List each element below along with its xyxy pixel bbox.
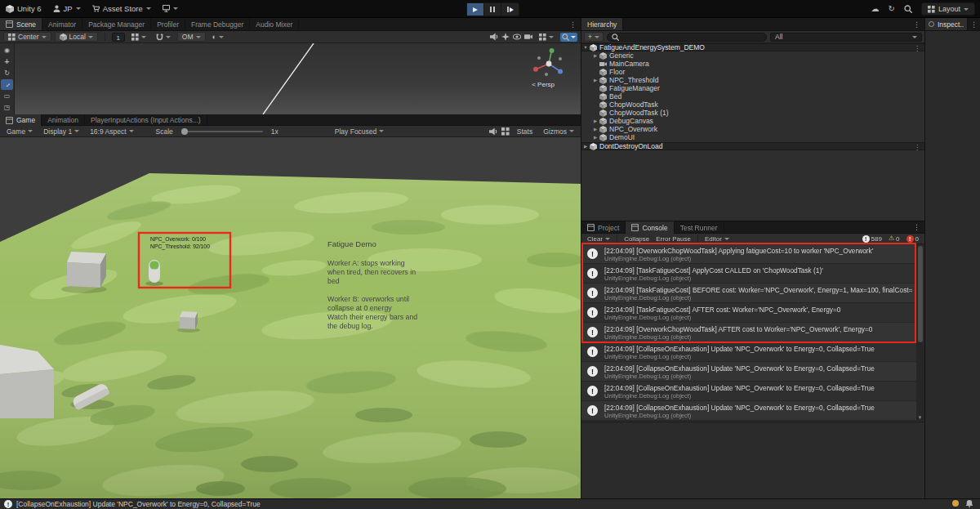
- console-scrollbar[interactable]: ▼: [916, 244, 924, 421]
- cloud-icon[interactable]: ☁: [871, 5, 880, 13]
- hierarchy-item-debugcanvas[interactable]: ▶DebugCanvas: [581, 117, 925, 125]
- tab-test-runner[interactable]: Test Runner: [675, 221, 724, 234]
- hierarchy-scene-root[interactable]: ▼ FatigueAndEnergySystem_DEMO ⋮: [581, 43, 925, 51]
- snap-magnet-dropdown[interactable]: [153, 32, 174, 42]
- tabstrip-menu-icon[interactable]: ⋮: [565, 18, 581, 30]
- log-entry[interactable]: ! [22:04:09] [TaskFatigueCost] AFTER cos…: [581, 303, 917, 323]
- tab-inspector[interactable]: Inspect...: [925, 18, 968, 30]
- tab-profiler[interactable]: Profiler: [151, 18, 185, 30]
- tab-scene[interactable]: Scene: [0, 18, 42, 30]
- scale-slider[interactable]: [181, 131, 263, 132]
- tab-frame-debugger[interactable]: Frame Debugger: [185, 18, 250, 30]
- gizmos-dropdown[interactable]: Gizmos: [540, 127, 577, 136]
- stats-button[interactable]: Stats: [514, 127, 536, 136]
- step-button[interactable]: [501, 3, 519, 16]
- perspective-label[interactable]: < Persp: [532, 81, 555, 88]
- scale-slider-knob[interactable]: [181, 128, 188, 135]
- pause-button[interactable]: [484, 3, 501, 16]
- log-entry[interactable]: ! [22:04:09] [CollapseOnExhaustion] Upda…: [581, 382, 917, 401]
- expand-arrow-icon[interactable]: ▼: [581, 45, 590, 50]
- move-tool-button[interactable]: +: [1, 56, 13, 67]
- target-device-menu[interactable]: [157, 0, 184, 18]
- clear-button[interactable]: Clear: [584, 234, 613, 243]
- hierarchy-item-floor[interactable]: Floor: [581, 68, 925, 76]
- error-pause-toggle[interactable]: Error Pause: [653, 234, 694, 243]
- scene-search-button[interactable]: [560, 33, 577, 42]
- display-dropdown[interactable]: Display 1: [40, 127, 82, 136]
- shading-mode-dropdown[interactable]: ◐: [209, 32, 227, 42]
- tab-hierarchy[interactable]: Hierarchy: [581, 18, 623, 30]
- status-message[interactable]: [CollapseOnExhaustion] Update 'NPC_Overw…: [16, 500, 261, 508]
- gizmos-grid-dropdown[interactable]: [536, 32, 557, 42]
- log-entry[interactable]: ! [22:04:09] [OverworkChopWoodTask] Appl…: [581, 244, 917, 264]
- scale-tool-button[interactable]: ↔: [1, 79, 13, 90]
- log-entry[interactable]: ! [22:04:09] [CollapseOnExhaustion] Upda…: [581, 362, 917, 382]
- search-icon[interactable]: [904, 5, 912, 13]
- vsync-grid-icon[interactable]: [501, 127, 510, 136]
- view-tool-button[interactable]: ◉: [1, 45, 13, 56]
- tab-animation[interactable]: Animation: [42, 114, 85, 126]
- log-entry[interactable]: ! [22:04:09] [CollapseOnExhaustion] Upda…: [581, 401, 917, 421]
- grid-size-field[interactable]: 1: [112, 33, 125, 42]
- hierarchy-item-maincamera[interactable]: MainCamera: [581, 60, 925, 68]
- hierarchy-item-chopwoodtask-1[interactable]: ChopWoodTask (1): [581, 109, 925, 117]
- hierarchy-item-npc-overwork[interactable]: ▶NPC_Overwork: [581, 125, 925, 133]
- game-viewport[interactable]: NPC_Overwork: 0/100 NPC_Threshold: 92/10…: [0, 137, 581, 498]
- console-menu-icon[interactable]: ⋮: [909, 221, 924, 233]
- hierarchy-item-bed[interactable]: Bed: [581, 92, 925, 100]
- notifications-bell-icon[interactable]: [965, 499, 973, 507]
- log-entry[interactable]: ! [22:04:09] [CollapseOnExhaustion] Upda…: [581, 342, 917, 362]
- asset-store-menu[interactable]: Asset Store: [87, 0, 157, 18]
- game-mode-dropdown[interactable]: Game: [3, 127, 36, 136]
- hierarchy-filter-dropdown[interactable]: All: [770, 33, 922, 42]
- expand-arrow-icon[interactable]: ▶: [591, 118, 599, 123]
- activity-indicator-icon[interactable]: [952, 500, 959, 507]
- console-scrollbar-thumb[interactable]: [918, 246, 923, 342]
- tab-package-manager[interactable]: Package Manager: [82, 18, 151, 30]
- layout-dropdown[interactable]: Layout: [921, 2, 975, 16]
- history-icon[interactable]: ↻: [889, 5, 895, 13]
- orientation-gizmo[interactable]: [533, 48, 563, 76]
- expand-arrow-icon[interactable]: ▶: [581, 144, 590, 149]
- log-entry[interactable]: ! [22:04:09] [TaskFatigueCost] BEFORE co…: [581, 284, 917, 303]
- inspector-menu-icon[interactable]: ⋮: [968, 18, 980, 30]
- tab-console[interactable]: Console: [626, 221, 674, 234]
- orientation-dropdown[interactable]: Local: [55, 32, 98, 42]
- pivot-mode-dropdown[interactable]: Center: [3, 32, 51, 42]
- create-object-button[interactable]: +: [584, 32, 604, 42]
- transform-tool-button[interactable]: ◳: [1, 102, 13, 113]
- scene-camera-icon[interactable]: [524, 33, 532, 41]
- status-bar[interactable]: ! [CollapseOnExhaustion] Update 'NPC_Ove…: [0, 498, 980, 509]
- scene-effects-icon[interactable]: [501, 33, 510, 41]
- account-menu[interactable]: JP: [47, 0, 87, 18]
- log-entry[interactable]: ! [22:04:09] [TaskFatigueCost] ApplyCost…: [581, 264, 917, 284]
- expand-arrow-icon[interactable]: ▶: [591, 78, 599, 83]
- warning-count-toggle[interactable]: ⚠ 0: [885, 235, 903, 243]
- hierarchy-dontdestroyonload-root[interactable]: ▶ DontDestroyOnLoad ⋮: [581, 142, 925, 150]
- scene-visibility-icon[interactable]: [513, 33, 521, 41]
- scene-menu-icon[interactable]: ⋮: [914, 143, 920, 151]
- aspect-ratio-dropdown[interactable]: 16:9 Aspect: [87, 127, 136, 136]
- hierarchy-menu-icon[interactable]: ⋮: [909, 18, 924, 30]
- scene-audio-icon[interactable]: [490, 33, 498, 41]
- rect-tool-button[interactable]: ▭: [1, 91, 13, 101]
- tab-animator[interactable]: Animator: [42, 18, 82, 30]
- editor-dropdown[interactable]: Editor: [702, 234, 733, 243]
- hierarchy-item-demoui[interactable]: ▶DemoUI: [581, 133, 925, 141]
- tab-game[interactable]: Game: [0, 114, 42, 126]
- hierarchy-search-input[interactable]: [607, 33, 767, 42]
- om-dropdown[interactable]: OM: [177, 32, 206, 42]
- play-focused-dropdown[interactable]: Play Focused: [332, 127, 388, 136]
- log-entry[interactable]: ! [22:04:09] [OverworkChopWoodTask] AFTE…: [581, 323, 917, 342]
- mute-audio-icon[interactable]: [489, 127, 497, 136]
- scroll-down-icon[interactable]: ▼: [916, 415, 924, 420]
- tab-project[interactable]: Project: [581, 221, 626, 234]
- tab-player-input-actions[interactable]: PlayerInputActions (Input Actions...): [85, 114, 207, 126]
- grid-snapping-dropdown[interactable]: [128, 32, 149, 42]
- info-count-toggle[interactable]: ! 589: [859, 235, 885, 243]
- tab-audio-mixer[interactable]: Audio Mixer: [250, 18, 299, 30]
- hierarchy-item-generic[interactable]: ▶Generic: [581, 51, 925, 60]
- expand-arrow-icon[interactable]: ▶: [591, 135, 599, 140]
- hierarchy-item-chopwoodtask[interactable]: ChopWoodTask: [581, 100, 925, 109]
- expand-arrow-icon[interactable]: ▶: [591, 127, 599, 132]
